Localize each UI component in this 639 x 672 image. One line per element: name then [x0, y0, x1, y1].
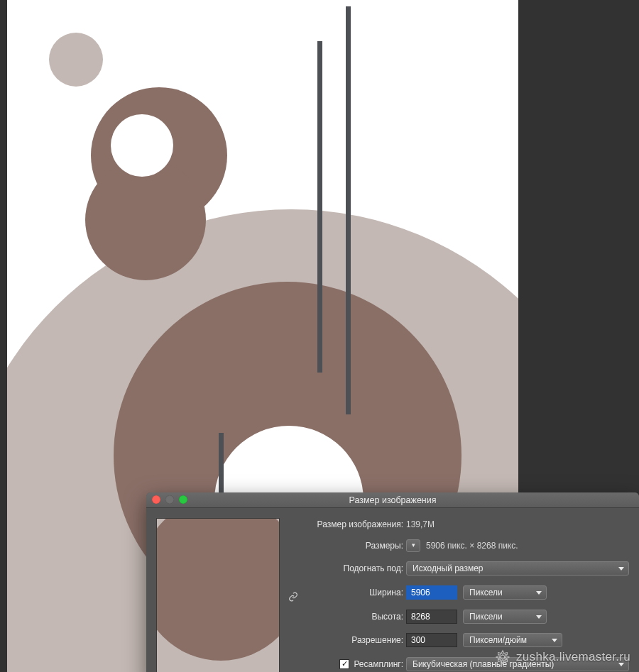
width-unit-select[interactable]: Пиксели — [463, 585, 547, 600]
resample-value: Бикубическая (плавные градиенты) — [413, 659, 554, 669]
dialog-titlebar[interactable]: Размер изображения — [146, 492, 639, 508]
resolution-label: Разрешение: — [293, 635, 406, 645]
svg-rect-7 — [346, 6, 351, 414]
resolution-unit-select[interactable]: Пиксели/дюйм — [463, 633, 562, 647]
image-size-value: 139,7M — [406, 519, 435, 529]
resample-label: Ресамплинг: — [354, 659, 403, 669]
image-preview[interactable] — [156, 518, 280, 672]
resolution-unit: Пиксели/дюйм — [469, 635, 527, 645]
svg-point-4 — [111, 114, 173, 177]
svg-point-1 — [49, 33, 103, 87]
dimensions-label: Размеры: — [293, 541, 406, 551]
width-label-cell: Ширина: — [293, 588, 406, 597]
resample-label-cell: ✓ Ресамплинг: — [293, 659, 406, 669]
constrain-link-icon[interactable] — [288, 592, 298, 604]
height-label: Высота: — [293, 612, 406, 622]
width-unit: Пиксели — [469, 588, 503, 597]
svg-point-3 — [85, 160, 206, 280]
resample-row: Бикубическая (плавные градиенты) — [406, 657, 629, 671]
height-unit-select[interactable]: Пиксели — [463, 610, 547, 624]
width-input[interactable] — [406, 585, 457, 600]
image-size-form: Размер изображения: 139,7M Размеры: ▾ 59… — [293, 518, 639, 672]
photoshop-workspace: Размер изображения Размер изображения: 1… — [0, 0, 639, 672]
dimensions-row: ▾ 5906 пикс. × 8268 пикс. — [406, 539, 629, 552]
resolution-input[interactable] — [406, 633, 457, 647]
fit-to-select[interactable]: Исходный размер — [406, 561, 629, 575]
svg-rect-8 — [317, 41, 322, 373]
fit-to-row: Исходный размер — [406, 561, 629, 575]
dialog-body: Размер изображения: 139,7M Размеры: ▾ 59… — [146, 508, 639, 672]
height-input[interactable] — [406, 610, 457, 624]
resample-checkbox[interactable]: ✓ — [339, 659, 349, 669]
image-size-dialog: Размер изображения Размер изображения: 1… — [146, 492, 639, 672]
width-row: Пиксели — [406, 585, 629, 600]
dimensions-value: 5906 пикс. × 8268 пикс. — [426, 541, 518, 551]
dimensions-unit-toggle[interactable]: ▾ — [406, 539, 420, 552]
fit-to-value: Исходный размер — [413, 563, 484, 573]
fit-to-label: Подогнать под: — [293, 563, 406, 573]
image-size-label: Размер изображения: — [293, 519, 406, 529]
resolution-row: Пиксели/дюйм — [406, 633, 629, 647]
dialog-title: Размер изображения — [146, 492, 639, 508]
height-row: Пиксели — [406, 610, 629, 624]
resample-select[interactable]: Бикубическая (плавные градиенты) — [406, 657, 629, 671]
image-size-value-row: 139,7M — [406, 519, 629, 529]
chevron-down-icon: ▾ — [412, 542, 415, 549]
height-unit: Пиксели — [469, 612, 503, 622]
